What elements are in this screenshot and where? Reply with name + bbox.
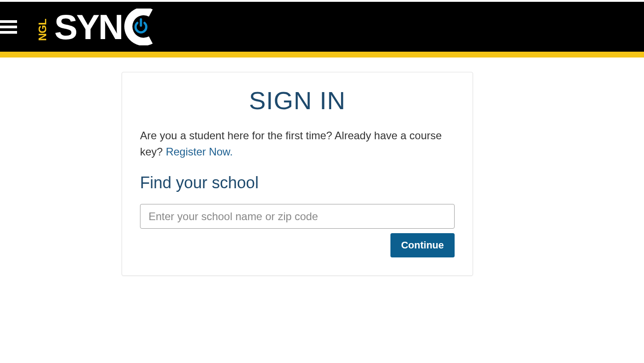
find-school-title: Find your school [140,173,455,192]
main-content: SIGN IN Are you a student here for the f… [0,58,644,294]
svg-rect-2 [0,31,17,34]
sign-in-card: SIGN IN Are you a student here for the f… [122,72,473,276]
intro-text: Are you a student here for the first tim… [140,128,455,160]
nglsync-logo-icon: NGL SYN [39,9,173,45]
logo[interactable]: NGL SYN [39,9,173,45]
continue-button[interactable]: Continue [390,233,455,257]
hamburger-icon [0,20,17,34]
svg-text:NGL: NGL [39,18,48,40]
page-title: SIGN IN [140,86,455,115]
button-row: Continue [140,233,455,257]
register-now-link[interactable]: Register Now. [166,146,232,158]
svg-rect-0 [0,20,17,23]
header: NGL SYN [0,2,644,52]
svg-rect-1 [0,26,17,28]
school-search-input[interactable] [140,204,455,229]
hamburger-menu-button[interactable] [0,17,17,37]
svg-text:SYN: SYN [54,9,122,45]
yellow-accent-bar [0,52,644,58]
